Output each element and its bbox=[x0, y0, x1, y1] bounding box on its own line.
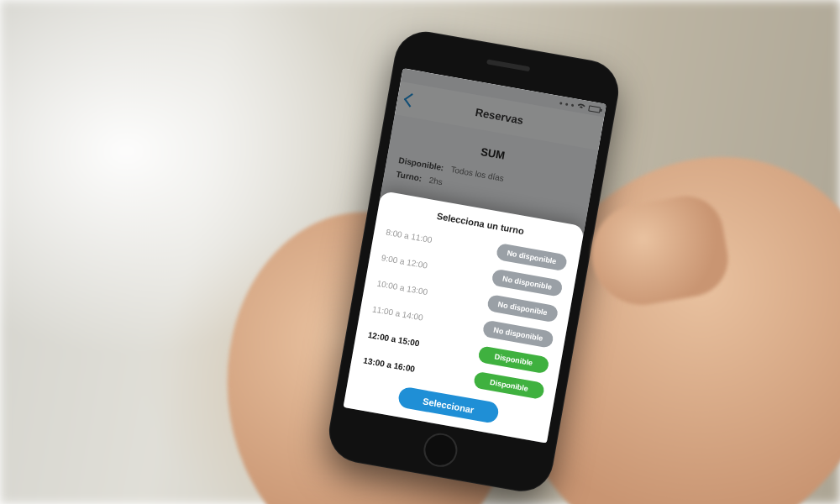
time-slot-label: 11:00 a 14:00 bbox=[372, 304, 424, 322]
select-turn-sheet: Selecciona un turno 8:00 a 11:00No dispo… bbox=[343, 191, 585, 444]
time-slot-label: 12:00 a 15:00 bbox=[367, 329, 420, 348]
home-button[interactable] bbox=[421, 431, 459, 470]
time-slot-list: 8:00 a 11:00No disponible9:00 a 12:00No … bbox=[361, 221, 568, 402]
time-slot-label: 9:00 a 12:00 bbox=[381, 253, 428, 270]
time-slot-label: 8:00 a 11:00 bbox=[386, 227, 433, 244]
phone-speaker bbox=[486, 59, 530, 71]
status-available-pill: Disponible bbox=[473, 371, 545, 400]
time-slot-label: 13:00 a 16:00 bbox=[363, 355, 416, 374]
time-slot-label: 10:00 a 13:00 bbox=[376, 278, 428, 296]
